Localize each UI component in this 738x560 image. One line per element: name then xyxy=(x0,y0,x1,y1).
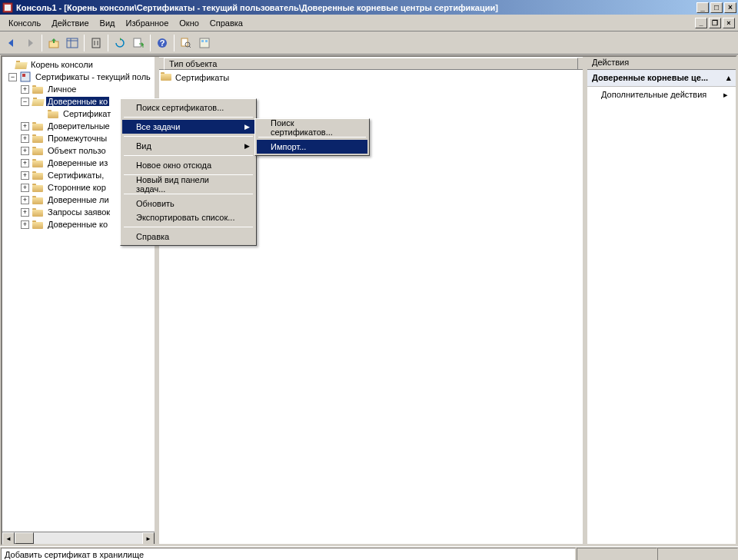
expand-icon[interactable]: + xyxy=(21,196,29,204)
status-bar: Добавить сертификат в хранилище xyxy=(0,546,738,560)
ctx-refresh[interactable]: Обновить xyxy=(122,197,254,210)
mdi-close-button[interactable]: × xyxy=(723,18,735,28)
options-button[interactable] xyxy=(196,35,213,51)
expand-icon[interactable]: + xyxy=(21,184,29,192)
folder-icon xyxy=(32,194,44,205)
ctx-search-certificates[interactable]: Поиск сертификатов... xyxy=(122,101,254,114)
folder-icon xyxy=(32,219,44,230)
delete-button[interactable] xyxy=(88,35,105,51)
menu-action[interactable]: Действие xyxy=(46,17,94,29)
ctx-view[interactable]: Вид▶ xyxy=(122,139,254,153)
mdi-restore-button[interactable]: ❐ xyxy=(709,18,721,28)
menu-bar: Консоль Действие Вид Избранное Окно Спра… xyxy=(0,15,738,31)
folder-icon xyxy=(47,108,59,119)
svg-text:?: ? xyxy=(160,38,165,48)
scroll-right-button[interactable]: ► xyxy=(142,532,155,544)
menu-favorites[interactable]: Избранное xyxy=(121,17,175,29)
back-button[interactable] xyxy=(3,35,20,51)
collapse-icon[interactable]: ▴ xyxy=(726,73,731,83)
folder-icon xyxy=(32,157,44,168)
folder-open-icon xyxy=(32,96,44,107)
window-title: Консоль1 - [Корень консоли\Сертификаты -… xyxy=(16,3,696,12)
svg-rect-16 xyxy=(201,40,204,42)
title-bar: Консоль1 - [Корень консоли\Сертификаты -… xyxy=(0,0,738,15)
status-cell xyxy=(657,548,738,561)
list-header[interactable]: Тип объекта xyxy=(159,57,583,70)
folder-icon xyxy=(32,207,44,217)
tree-cert-user[interactable]: − Сертификаты - текущий поль xyxy=(2,71,155,83)
ctx-export-list[interactable]: Экспортировать список... xyxy=(122,210,254,224)
expand-icon[interactable]: + xyxy=(21,147,29,155)
submenu-all-tasks: Поиск сертификатов... Импорт... xyxy=(254,118,370,156)
actions-panel: Действия Доверенные корневые це... ▴ Доп… xyxy=(586,57,736,544)
window-controls: _ □ × xyxy=(696,2,736,13)
ctx-new-window[interactable]: Новое окно отсюда xyxy=(122,158,254,172)
up-button[interactable] xyxy=(45,35,62,51)
svg-rect-1 xyxy=(5,5,11,11)
actions-more[interactable]: Дополнительные действия ▸ xyxy=(587,87,736,103)
expand-icon[interactable]: + xyxy=(21,220,29,229)
expand-icon[interactable]: + xyxy=(21,122,29,131)
menu-separator xyxy=(124,136,253,137)
forward-button[interactable] xyxy=(22,35,38,51)
mdi-minimize-button[interactable]: _ xyxy=(695,18,707,28)
menu-separator xyxy=(124,227,253,227)
collapse-icon[interactable]: − xyxy=(8,73,17,81)
horizontal-scrollbar[interactable]: ◄ ► xyxy=(2,532,155,544)
expand-icon[interactable]: + xyxy=(21,159,29,167)
export-list-button[interactable] xyxy=(130,35,147,51)
tree-personal[interactable]: + Личное xyxy=(2,83,155,95)
menu-window[interactable]: Окно xyxy=(174,17,204,29)
app-icon xyxy=(2,2,14,14)
chevron-right-icon: ▸ xyxy=(723,90,728,100)
svg-rect-19 xyxy=(22,74,25,77)
status-text: Добавить сертификат в хранилище xyxy=(1,548,576,561)
folder-icon xyxy=(32,84,44,94)
tree-root[interactable]: Корень консоли xyxy=(2,58,155,71)
svg-line-14 xyxy=(189,46,191,48)
status-cell xyxy=(577,548,657,561)
actions-header: Действия xyxy=(587,57,736,70)
main-area: Корень консоли − Сертификаты - текущий п… xyxy=(1,55,737,545)
svg-rect-17 xyxy=(205,40,208,42)
submenu-arrow-icon: ▶ xyxy=(244,142,250,150)
menu-view[interactable]: Вид xyxy=(95,17,121,29)
show-hide-tree-button[interactable] xyxy=(64,35,81,51)
collapse-icon[interactable]: − xyxy=(21,98,29,106)
column-header-type[interactable]: Тип объекта xyxy=(164,58,578,70)
maximize-button[interactable]: □ xyxy=(710,2,723,13)
refresh-button[interactable] xyxy=(111,35,128,51)
ctx-help[interactable]: Справка xyxy=(122,230,254,244)
mdi-controls: _ ❐ × xyxy=(695,18,735,28)
folder-icon xyxy=(32,182,44,193)
svg-rect-15 xyxy=(200,38,209,48)
folder-icon xyxy=(32,170,44,181)
expand-icon[interactable]: + xyxy=(21,134,29,143)
folder-icon xyxy=(32,121,44,131)
svg-rect-9 xyxy=(134,38,141,47)
find-cert-button[interactable] xyxy=(178,35,194,51)
expand-icon[interactable]: + xyxy=(21,85,29,94)
svg-rect-3 xyxy=(67,38,78,48)
ctx-new-taskpad-view[interactable]: Новый вид панели задач... xyxy=(122,177,254,191)
expand-icon[interactable]: + xyxy=(21,208,29,217)
actions-section[interactable]: Доверенные корневые це... ▴ xyxy=(587,70,736,87)
scroll-thumb[interactable] xyxy=(15,532,34,544)
help-button[interactable]: ? xyxy=(154,35,171,51)
svg-rect-6 xyxy=(92,38,100,48)
submenu-import[interactable]: Импорт... xyxy=(257,140,367,154)
expand-icon[interactable]: + xyxy=(21,171,29,180)
minimize-button[interactable]: _ xyxy=(696,2,709,13)
folder-icon xyxy=(32,145,44,156)
menu-help[interactable]: Справка xyxy=(204,17,248,29)
submenu-search-certificates[interactable]: Поиск сертификатов... xyxy=(257,121,367,134)
menu-console[interactable]: Консоль xyxy=(3,17,46,29)
folder-icon xyxy=(15,59,27,70)
list-item-certificates[interactable]: Сертификаты xyxy=(161,71,581,84)
menu-separator xyxy=(258,137,366,138)
close-button[interactable]: × xyxy=(724,2,736,13)
folder-icon xyxy=(161,72,173,83)
scroll-left-button[interactable]: ◄ xyxy=(2,532,15,544)
ctx-all-tasks[interactable]: Все задачи▶ xyxy=(122,120,254,134)
menu-separator xyxy=(124,194,253,194)
